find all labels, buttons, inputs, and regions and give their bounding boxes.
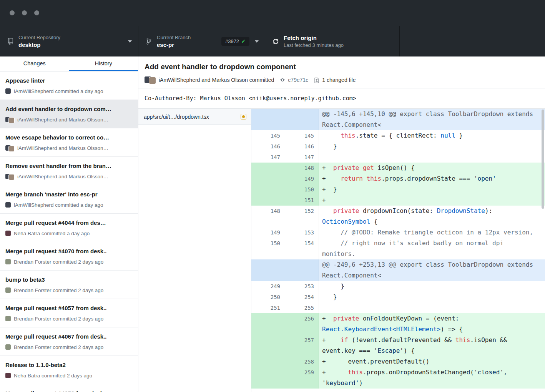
diff-view: @@ -145,6 +145,10 @@ export class Toolba… — [251, 109, 545, 392]
commit-list-item[interactable]: Merge pull request #4044 from des…Neha B… — [0, 214, 138, 242]
current-repository-name: desktop — [18, 42, 60, 48]
diff-old-line-number: 249 — [251, 281, 285, 292]
diff-code: } — [319, 281, 545, 292]
commit-list-item[interactable]: Move escape behavior to correct co…iAmWi… — [0, 128, 138, 157]
avatar-group — [5, 287, 11, 293]
commit-list-item[interactable]: Merge pull request #4058 from desk.. — [0, 384, 138, 392]
diff-old-line-number: 147 — [251, 152, 285, 163]
current-repository-button[interactable]: Current Repository desktop — [0, 26, 138, 56]
diff-new-line-number: 151 — [285, 195, 319, 206]
diff-new-line-number: 150 — [285, 184, 319, 195]
diff-new-line-number — [285, 109, 319, 130]
diff-code: + if (!event.defaultPrevented && this.is… — [319, 335, 545, 356]
diff-row: 251255 — [251, 302, 545, 313]
current-branch-name: esc-pr — [157, 42, 191, 48]
diff-old-line-number — [251, 367, 285, 389]
commit-list-item-byline: Brendan Forster committed 2 days ago — [14, 344, 103, 350]
commit-list-item-meta: Brendan Forster committed 2 days ago — [5, 258, 133, 265]
commit-list-item[interactable]: Release to 1.1.0-beta2Neha Batra committ… — [0, 356, 138, 384]
diff-new-line-number: 152 — [285, 206, 319, 227]
diff-row: 256+ private onFoldoutKeyDown = (event: … — [251, 313, 545, 335]
commit-avatars — [145, 76, 156, 83]
fetch-origin-button[interactable]: Fetch origin Last fetched 3 minutes ago — [265, 26, 400, 56]
commit-list-item[interactable]: Merge pull request #4057 from desk..Bren… — [0, 299, 138, 327]
diff-row: 259+ this.props.onDropdownStateChanged('… — [251, 367, 545, 389]
commit-list-item[interactable]: bump to beta3Brendan Forster committed 2… — [0, 271, 138, 299]
commit-list-item-byline: iAmWillShepherd and Markus Olsson… — [17, 117, 108, 123]
commit-list-item[interactable]: Add event handler to dropdown com…iAmWil… — [0, 100, 138, 128]
commit-list-item-meta: Brendan Forster committed 2 days ago — [5, 344, 133, 350]
commit-list-item-meta: Neha Batra committed a day ago — [5, 230, 133, 237]
changed-files-group: 1 changed file — [314, 77, 356, 83]
avatar — [5, 287, 11, 293]
toolbar-spacer — [400, 26, 545, 56]
diff-old-line-number: 148 — [251, 206, 285, 227]
commit-header: Add event handler to dropdown component … — [138, 56, 545, 88]
current-repository-label: Current Repository — [18, 35, 60, 40]
diff-new-line-number: 146 — [285, 141, 319, 152]
commit-list-item-title: Release to 1.1.0-beta2 — [5, 361, 133, 369]
commit-sha-group: c79e71c — [279, 77, 308, 83]
commit-list-item[interactable]: Appease linteriAmWillShepherd committed … — [0, 71, 138, 100]
diff-old-line-number — [251, 335, 285, 356]
commit-list-item-title: Add event handler to dropdown com… — [5, 105, 133, 113]
avatar-group — [5, 344, 11, 350]
commit-content: app/src/ui/t…/dropdown.tsx @@ -145,6 +14… — [138, 109, 545, 392]
diff-code-text — [322, 152, 538, 163]
diff-row: 148152 private dropdownIcon(state: Dropd… — [251, 206, 545, 227]
diff-icon — [314, 77, 320, 83]
scrollbar-thumb[interactable] — [542, 110, 544, 209]
avatar — [5, 88, 11, 94]
commit-title: Add event handler to dropdown component — [145, 61, 539, 72]
file-list-item[interactable]: app/src/ui/t…/dropdown.tsx — [138, 109, 251, 125]
diff-row: 149153 // @TODO: Remake triangle octicon… — [251, 227, 545, 238]
diff-code: @@ -249,6 +253,13 @@ export class Toolba… — [319, 259, 545, 281]
avatar — [9, 146, 14, 151]
diff-code: + this.props.onDropdownStateChanged('clo… — [319, 367, 545, 389]
diff-row: 250254 } — [251, 292, 545, 302]
zoom-button[interactable] — [34, 10, 39, 15]
repo-icon — [6, 38, 15, 45]
diff-old-line-number — [251, 356, 285, 367]
diff-row: @@ -249,6 +253,13 @@ export class Toolba… — [251, 259, 545, 281]
avatar — [5, 373, 11, 378]
commit-list-item[interactable]: Merge branch 'master' into esc-priAmWill… — [0, 185, 138, 214]
diff-code-text — [322, 302, 538, 313]
sidebar-tabs: Changes History — [0, 56, 138, 71]
diff-code-text: } — [322, 141, 538, 152]
commit-list-item-meta: iAmWillShepherd and Markus Olsson… — [5, 116, 133, 123]
diff-row: 150154 // right now it's scaled badly on… — [251, 238, 545, 259]
diff-code-text: + private onFoldoutKeyDown = (event: Rea… — [322, 313, 538, 335]
diff-old-line-number — [251, 109, 285, 130]
tab-changes[interactable]: Changes — [0, 56, 69, 71]
git-commit-icon — [279, 77, 286, 83]
diff-code-text: // @TODO: Remake triangle octicon in a 1… — [322, 227, 538, 238]
commit-list-item-title: Move escape behavior to correct co… — [5, 134, 133, 141]
current-branch-button[interactable]: Current Branch esc-pr #3972 ✓ — [138, 26, 265, 56]
commit-list-item-meta: Brendan Forster committed 2 days ago — [5, 315, 133, 322]
diff-new-line-number: 259 — [285, 367, 319, 389]
close-button[interactable] — [10, 10, 15, 15]
commit-list-item[interactable]: Merge pull request #4067 from desk..Bren… — [0, 327, 138, 356]
diff-old-line-number: 251 — [251, 302, 285, 313]
avatar-group — [5, 117, 14, 122]
commit-list-item-byline: iAmWillShepherd and Markus Olsson… — [17, 174, 108, 179]
titlebar — [0, 0, 545, 26]
minimize-button[interactable] — [22, 10, 27, 15]
tab-history[interactable]: History — [69, 56, 138, 71]
file-list: app/src/ui/t…/dropdown.tsx — [138, 109, 251, 392]
diff-code: + return this.props.dropdownState === 'o… — [319, 173, 545, 184]
diff-row: 147147 — [251, 152, 545, 163]
commit-list-item[interactable]: Merge pull request #4070 from desk..Bren… — [0, 242, 138, 271]
commit-meta: iAmWillShepherd and Markus Olsson commit… — [145, 76, 539, 83]
diff-code: @@ -145,6 +145,10 @@ export class Toolba… — [319, 109, 545, 130]
diff-old-line-number: 146 — [251, 141, 285, 152]
commit-list-item-byline: Brendan Forster committed 2 days ago — [14, 316, 103, 322]
diff-old-line-number: 150 — [251, 238, 285, 259]
commit-list-item[interactable]: Remove event handler from the bran…iAmWi… — [0, 157, 138, 185]
avatar-group — [5, 316, 11, 321]
diff-new-line-number: 258 — [285, 356, 319, 367]
diff-code-text: + private get isOpen() { — [322, 163, 538, 173]
avatar — [5, 202, 11, 208]
commit-list-item-meta: Brendan Forster committed 2 days ago — [5, 287, 133, 294]
